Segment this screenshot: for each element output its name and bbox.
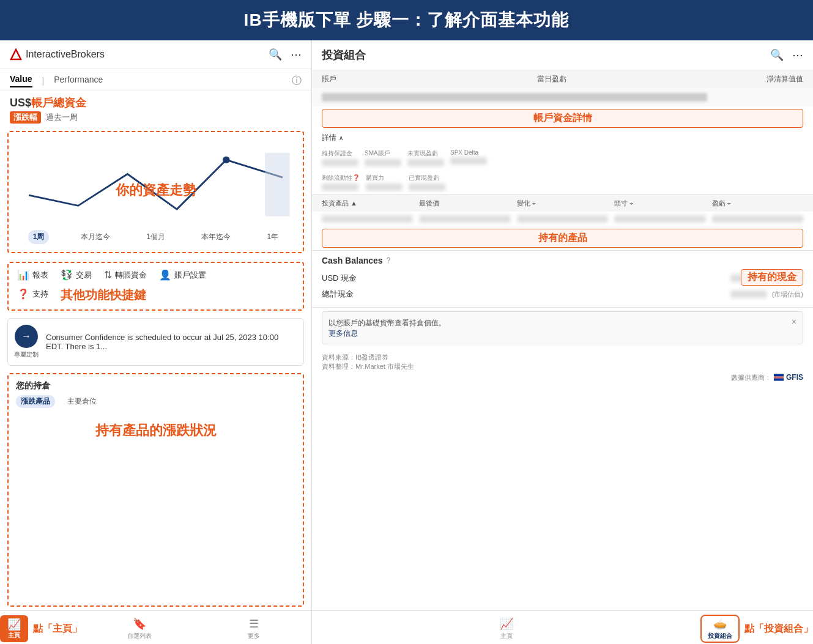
data-source: 資料來源：IB盈透證券 資料整理：Mr.Market 市場先生 數據供應商： G…: [312, 348, 813, 387]
cash-total-note: (市場估值): [772, 290, 803, 299]
note-close-button[interactable]: ×: [792, 317, 796, 327]
right-header-icons: 🔍 ⋯: [770, 48, 803, 62]
note-link[interactable]: 更多信息: [329, 328, 446, 339]
svg-marker-0: [11, 50, 21, 59]
home-icon: 📈: [7, 618, 21, 631]
news-icon-wrap: → 專屬定制: [14, 325, 39, 359]
provider-label: 數據供應商：: [731, 373, 771, 382]
col-pnl[interactable]: 盈虧 ÷: [712, 199, 803, 208]
app-header: InteractiveBrokers 🔍 ⋯: [0, 40, 311, 69]
col-product[interactable]: 投資產品 ▲: [322, 199, 413, 208]
right-more-icon[interactable]: ⋯: [792, 48, 803, 62]
info-icon[interactable]: ⓘ: [292, 75, 302, 87]
detail-maintain-margin: 維持保證金: [322, 149, 358, 166]
product-table: 投資產品 ▲ 最後價 變化 ÷ 頭寸 ÷ 盈虧 ÷ 持有的產品: [312, 195, 813, 251]
watchlist-label: 自選列表: [127, 632, 152, 640]
holdings-tab-positions[interactable]: 主要倉位: [62, 395, 102, 408]
chart-tab-ytd[interactable]: 本年迄今: [196, 230, 236, 244]
portfolio-label: 帳戶總資金: [31, 97, 86, 109]
product-annotation-text: 持有的產品: [538, 232, 587, 243]
expand-chevron-icon: ∧: [339, 135, 343, 141]
tab-value[interactable]: Value: [10, 74, 32, 87]
trade-icon: 💱: [61, 269, 73, 281]
news-card[interactable]: → 專屬定制 Consumer Confidence is scheduled …: [7, 318, 304, 366]
chart-tab-mtd[interactable]: 本月迄今: [76, 230, 115, 244]
right-app-header: 投資組合 🔍 ⋯: [312, 40, 813, 70]
nav-watchlist[interactable]: 🔖 自選列表: [82, 615, 197, 643]
quick-actions: 📊 報表 💱 交易 ⇅ 轉賬資金 👤 賬戶設置 ❓: [7, 262, 304, 311]
reports-icon: 📊: [17, 269, 29, 281]
cash-annotation-text: 持有的現金: [748, 272, 796, 282]
cash-header: Cash Balances ?: [322, 256, 803, 265]
right-nav-home[interactable]: 📈 主頁: [312, 615, 700, 643]
svg-point-2: [223, 157, 230, 164]
bottom-nav-area: 📈 主頁 點「主頁」: [0, 615, 82, 642]
chart-tab-1w[interactable]: 1周: [28, 230, 50, 244]
detail-liquidity: 剩餘流動性❓: [322, 174, 360, 191]
cash-usd-label: USD 現金: [322, 273, 357, 284]
data-source-line2: 資料整理：Mr.Market 市場先生: [322, 362, 803, 371]
action-account[interactable]: 👤 賬戶設置: [159, 269, 206, 281]
account-col-nav: 淨清算值值: [767, 74, 803, 84]
quick-actions-big-label: 其他功能快捷鍵: [61, 287, 146, 303]
svg-rect-5: [774, 376, 784, 378]
chart-tab-1y[interactable]: 1年: [262, 230, 284, 244]
quick-actions-row2: ❓ 支持 其他功能快捷鍵: [17, 284, 294, 303]
details-expand[interactable]: 詳情: [322, 133, 336, 143]
cash-help-icon[interactable]: ?: [387, 256, 391, 265]
search-icon[interactable]: 🔍: [269, 48, 282, 61]
account-row-header: 賬戶 當日盈虧 淨清算值值: [312, 70, 813, 88]
chart-tab-1m[interactable]: 1個月: [141, 230, 170, 244]
nav-more[interactable]: ☰ 更多: [197, 615, 312, 643]
account-table: 賬戶 當日盈虧 淨清算值值 帳戶資金詳情 詳情 ∧ 維持保證金: [312, 70, 813, 195]
action-reports[interactable]: 📊 報表: [17, 269, 48, 281]
action-account-label: 賬戶設置: [174, 270, 206, 281]
more-nav-label: 更多: [248, 632, 260, 640]
action-transfer[interactable]: ⇅ 轉賬資金: [104, 269, 147, 281]
banner-title: IB手機版下單 步驟一：了解介面基本功能: [244, 10, 570, 29]
account-details-row2: 剩餘流動性❓ 購買力 已實現盈虧: [312, 170, 813, 194]
action-reports-label: 報表: [32, 270, 48, 281]
news-text: Consumer Confidence is scheduled to occu…: [46, 333, 297, 351]
bottom-nav: 📈 主頁 點「主頁」 🔖 自選列表 ☰ 更多: [0, 610, 311, 644]
cash-usd-row-wrap: USD 現金 (市場估值) 持有的現金: [322, 270, 803, 286]
left-panel: InteractiveBrokers 🔍 ⋯ Value | Performan…: [0, 40, 312, 644]
cash-annotation: 持有的現金: [741, 269, 803, 286]
detail-unrealized: 未實現盈虧: [407, 149, 444, 166]
transfer-icon: ⇅: [104, 269, 112, 281]
tab-performance[interactable]: Performance: [54, 75, 103, 87]
product-annotation: 持有的產品: [322, 229, 803, 248]
ib-logo: InteractiveBrokers: [10, 48, 105, 61]
holdings-tabs: 漲跌產品 主要倉位: [16, 395, 295, 408]
action-trade[interactable]: 💱 交易: [61, 269, 92, 281]
more-icon[interactable]: ⋯: [291, 48, 302, 61]
holdings-title: 您的持倉: [16, 380, 295, 391]
cash-usd-row: USD 現金 (市場估值): [322, 270, 803, 286]
note-box: 以您賬戶的基礎貨幣查看持倉價值。 更多信息 ×: [322, 311, 803, 344]
cash-total-row: 總計現金 (市場估值): [322, 286, 803, 302]
col-last-price[interactable]: 最後價: [419, 199, 510, 208]
change-period: 過去一周: [46, 112, 78, 123]
cash-total-label: 總計現金: [322, 289, 354, 300]
quick-actions-row: 📊 報表 💱 交易 ⇅ 轉賬資金 👤 賬戶設置: [17, 269, 294, 281]
cash-title: Cash Balances: [322, 256, 383, 265]
holdings-tab-gainers[interactable]: 漲跌產品: [16, 395, 55, 408]
portfolio-change: 漲跌幅 過去一周: [10, 111, 302, 124]
action-support[interactable]: ❓ 支持: [17, 288, 48, 300]
gfis-name: GFIS: [786, 373, 803, 382]
right-search-icon[interactable]: 🔍: [770, 48, 784, 62]
data-source-logo: 數據供應商： GFIS: [322, 372, 803, 382]
more-nav-icon: ☰: [249, 617, 259, 631]
news-icon-label: 專屬定制: [14, 350, 39, 359]
data-source-line1: 資料來源：IB盈透證券: [322, 353, 803, 362]
col-position[interactable]: 頭寸 ÷: [614, 199, 705, 208]
right-title: 投資組合: [322, 48, 366, 62]
action-transfer-label: 轉賬資金: [115, 270, 147, 281]
right-nav-portfolio[interactable]: 🥧 投資組合: [700, 615, 740, 643]
detail-buying-power: 購買力: [366, 174, 403, 191]
portfolio-currency: US$: [10, 97, 31, 109]
annotation-text: 帳戶資金詳情: [533, 113, 592, 123]
nav-home[interactable]: 📈 主頁: [0, 615, 28, 642]
col-change[interactable]: 變化 ÷: [517, 199, 608, 208]
home-label: 主頁: [8, 631, 20, 640]
